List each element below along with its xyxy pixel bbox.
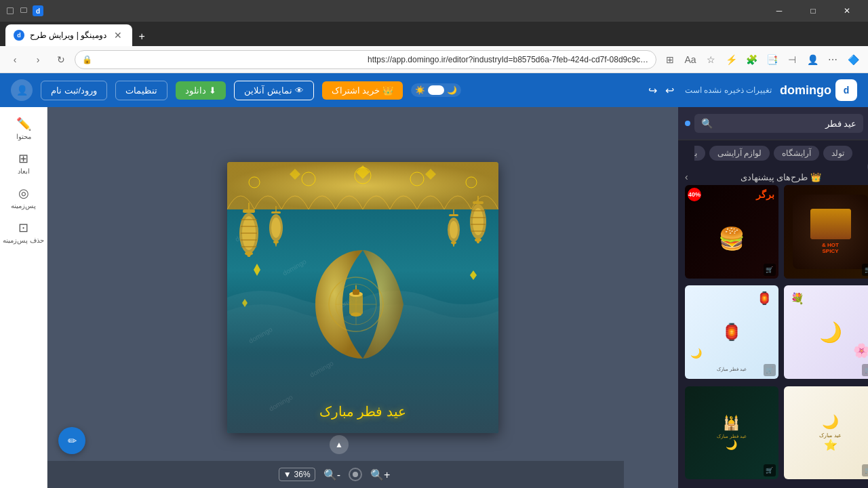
browser-tabs-button[interactable]: ⊞ bbox=[660, 50, 679, 69]
template-6-cart: 🛒 bbox=[764, 464, 776, 476]
tool-dimensions[interactable]: ⊞ ابعاد bbox=[3, 147, 44, 179]
svg-marker-35 bbox=[275, 242, 277, 247]
templates-panel: ⚙ 🔍 ‹ تولد آرایشگاه لوازم آرایشی بهداشتی bbox=[678, 107, 868, 488]
address-bar[interactable]: 🔒 https://app.domingo.ir/editor?industry… bbox=[75, 50, 656, 69]
reload-button[interactable]: ↻ bbox=[52, 50, 71, 69]
svg-marker-43 bbox=[242, 299, 248, 307]
browser-copilot-button[interactable]: ⚡ bbox=[722, 50, 741, 69]
lantern-left-1 bbox=[237, 203, 261, 260]
template-card-5[interactable]: 🌙 عید مبارک ⭐ 🛒 bbox=[784, 386, 868, 480]
sun-icon: ☀️ bbox=[415, 85, 425, 95]
logo: d domingo bbox=[780, 79, 857, 101]
design-canvas[interactable]: domingo domingo domingo domingo domingo … bbox=[227, 162, 498, 433]
template-card-3[interactable]: 🌙 🌸 💐 🛒 bbox=[784, 285, 868, 379]
scroll-up-button[interactable]: ▲ bbox=[330, 435, 349, 454]
category-salon[interactable]: آرایشگاه bbox=[774, 146, 819, 161]
section-header: ‹ 👑 طرح‌های پیشنهادی › bbox=[678, 166, 868, 185]
svg-marker-19 bbox=[247, 254, 251, 257]
subscribe-button[interactable]: 👑 خرید اشتراک bbox=[322, 81, 403, 100]
browser-sidebar-button[interactable]: ⊣ bbox=[783, 50, 802, 69]
floating-edit-button[interactable]: ✏ bbox=[58, 427, 85, 454]
template-card-1[interactable]: 🍗 HOT &SPICY 🛒 bbox=[784, 185, 868, 279]
login-button[interactable]: ورود/ثبت نام bbox=[41, 81, 107, 100]
save-status: تغییرات ذخیره نشده است bbox=[685, 85, 772, 95]
app-container: d domingo تغییرات ذخیره نشده است ↩ ↪ 🌙 ☀… bbox=[0, 73, 868, 488]
browser-favorites-button[interactable]: ☆ bbox=[701, 50, 720, 69]
edge-favicon: d bbox=[33, 5, 43, 16]
user-avatar[interactable]: 👤 bbox=[11, 79, 33, 101]
crown-icon: 👑 bbox=[382, 85, 393, 96]
download-button[interactable]: ⬇ دانلود bbox=[176, 81, 226, 100]
tab-close-button[interactable]: ✕ bbox=[112, 29, 124, 41]
main-layout: ✏️ محتوا ⊞ ابعاد ◎ پس‌زمینه ⊡ حذف پس‌زمی… bbox=[0, 107, 868, 488]
moon-icon: 🌙 bbox=[447, 85, 457, 95]
category-health[interactable]: بهداشتی bbox=[694, 146, 705, 161]
browser-profile-button[interactable]: 👤 bbox=[803, 50, 822, 69]
minimize-button[interactable]: ─ bbox=[764, 0, 795, 22]
toggle-slider bbox=[428, 85, 444, 95]
category-nav: ‹ تولد آرایشگاه لوازم آرایشی بهداشتی bbox=[678, 140, 868, 166]
browser-icon-2 bbox=[19, 6, 28, 16]
browser-more-button[interactable]: ⋯ bbox=[823, 50, 842, 69]
background-icon: ◎ bbox=[18, 186, 29, 201]
tool-remove-bg[interactable]: ⊡ حذف پس‌زمینه bbox=[3, 216, 44, 248]
canvas-area: 🛒 افزودن طرح به سبد خرید ℹ bbox=[47, 107, 678, 488]
svg-rect-52 bbox=[353, 289, 359, 295]
maximize-button[interactable]: □ bbox=[797, 0, 829, 22]
active-tab[interactable]: d دومینگو | ویرایش طرح ✕ bbox=[5, 24, 132, 46]
download-icon: ⬇ bbox=[209, 85, 216, 96]
browser-toolbar-icons: ⊞ Aa ☆ ⚡ 🧩 📑 ⊣ 👤 ⋯ 🔷 bbox=[660, 50, 863, 69]
tool-dimensions-label: ابعاد bbox=[18, 167, 30, 175]
right-panel: ⚙ 🔍 ‹ تولد آرایشگاه لوازم آرایشی بهداشتی bbox=[678, 107, 868, 488]
tool-content[interactable]: ✏️ محتوا bbox=[3, 113, 44, 144]
chevron-right-icon[interactable]: › bbox=[685, 171, 688, 182]
settings-button[interactable]: تنظیمات bbox=[115, 81, 167, 100]
template-card-2[interactable]: برگر 40% 🍔 🛒 bbox=[685, 185, 778, 279]
templates-grid: 🍗 HOT &SPICY 🛒 برگر 40% 🍔 bbox=[678, 185, 868, 488]
content-icon: ✏️ bbox=[16, 117, 31, 131]
diamond-3 bbox=[469, 270, 478, 283]
dimensions-icon: ⊞ bbox=[18, 151, 28, 166]
zoom-in-button[interactable]: 🔍+ bbox=[368, 466, 393, 484]
template-search-input[interactable] bbox=[717, 119, 856, 129]
canvas-image: domingo domingo domingo domingo domingo … bbox=[227, 162, 498, 433]
search-icon: 🔍 bbox=[701, 118, 713, 129]
diamond-2 bbox=[241, 298, 249, 310]
category-birth[interactable]: تولد bbox=[823, 146, 852, 161]
forward-button[interactable]: › bbox=[28, 50, 47, 69]
theme-toggle[interactable]: 🌙 ☀️ bbox=[411, 83, 461, 97]
zoom-controls: ▼ 36% 🔍- 🔍+ bbox=[47, 461, 624, 488]
design-text: عید فطر مبارک bbox=[227, 403, 498, 420]
search-dot bbox=[685, 121, 690, 126]
template-1-cart: 🛒 bbox=[862, 264, 868, 276]
back-button[interactable]: ‹ bbox=[5, 50, 24, 69]
browser-icon-1 bbox=[5, 6, 15, 16]
browser-read-button[interactable]: Aa bbox=[681, 50, 700, 69]
svg-marker-42 bbox=[254, 264, 260, 276]
zoom-out-button[interactable]: 🔍- bbox=[321, 466, 343, 484]
preview-button[interactable]: 👁 نمایش آنلاین bbox=[234, 81, 314, 100]
browser-extension-button[interactable]: 🧩 bbox=[742, 50, 761, 69]
template-5-cart: 🛒 bbox=[862, 464, 868, 476]
section-title: 👑 طرح‌های پیشنهادی bbox=[741, 172, 822, 182]
redo-button[interactable]: ↪ bbox=[646, 81, 660, 100]
close-button[interactable]: ✕ bbox=[831, 0, 863, 22]
search-box: 🔍 bbox=[694, 114, 863, 133]
new-tab-button[interactable]: + bbox=[132, 27, 151, 46]
logo-icon: d bbox=[835, 79, 857, 101]
tool-background[interactable]: ◎ پس‌زمینه bbox=[3, 182, 44, 214]
svg-point-39 bbox=[450, 221, 458, 239]
edge-icon[interactable]: 🔷 bbox=[844, 50, 863, 69]
zoom-dropdown[interactable]: ▼ 36% bbox=[279, 468, 315, 481]
svg-point-33 bbox=[271, 218, 281, 238]
svg-point-51 bbox=[351, 312, 361, 317]
svg-rect-31 bbox=[271, 211, 281, 214]
template-card-6[interactable]: 🕌 عید فطر مبارک 🌙 🛒 bbox=[685, 386, 778, 480]
browser-collections-button[interactable]: 📑 bbox=[762, 50, 781, 69]
svg-marker-41 bbox=[452, 243, 455, 247]
category-cosmetics[interactable]: لوازم آرایشی bbox=[709, 146, 770, 161]
template-card-4[interactable]: 🏮 🏮 🌙 عید فطر مبارک 🛒 bbox=[685, 285, 778, 379]
address-text: https://app.domingo.ir/editor?industryId… bbox=[368, 55, 649, 64]
undo-button[interactable]: ↩ bbox=[663, 81, 677, 100]
tab-bar: d دومینگو | ویرایش طرح ✕ + bbox=[0, 22, 868, 46]
